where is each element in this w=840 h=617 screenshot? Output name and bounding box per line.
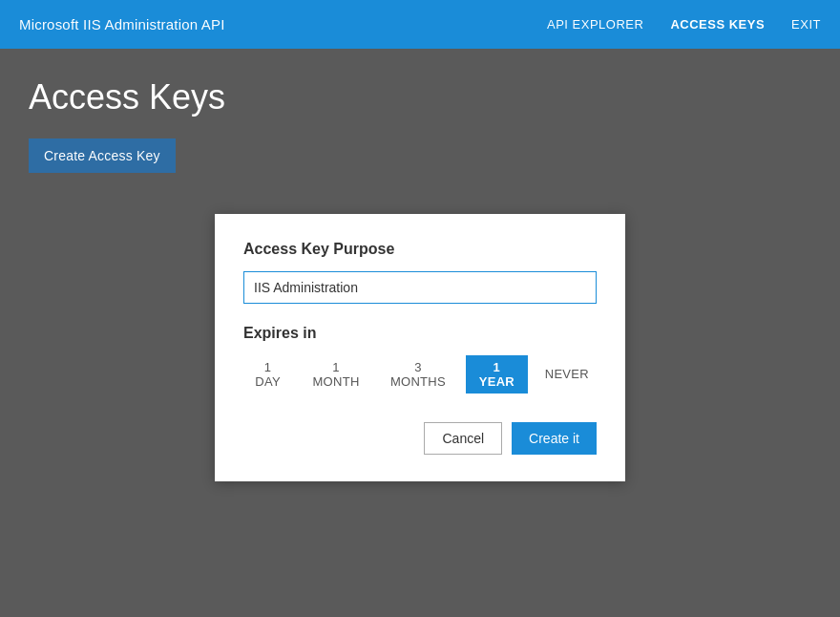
- navbar-link-access-keys[interactable]: ACCESS KEYS: [670, 17, 765, 32]
- expire-option-1day[interactable]: 1 DAY: [243, 356, 292, 393]
- cancel-button[interactable]: Cancel: [424, 422, 502, 455]
- create-it-button[interactable]: Create it: [512, 422, 597, 455]
- modal-expires-section: Expires in 1 DAY 1 MONTH 3 MONTHS 1 YEAR…: [243, 325, 597, 394]
- navbar-link-exit[interactable]: EXIT: [791, 17, 821, 32]
- expire-option-3months[interactable]: 3 MONTHS: [380, 356, 456, 393]
- expire-option-1year[interactable]: 1 YEAR: [466, 355, 528, 394]
- expire-option-1month[interactable]: 1 MONTH: [302, 356, 370, 393]
- navbar-link-api-explorer[interactable]: API EXPLORER: [547, 17, 643, 32]
- modal-expires-label: Expires in: [243, 325, 597, 342]
- modal-dialog: Access Key Purpose Expires in 1 DAY 1 MO…: [215, 214, 625, 481]
- navbar: Microsoft IIS Administration API API EXP…: [0, 0, 840, 49]
- expire-options-group: 1 DAY 1 MONTH 3 MONTHS 1 YEAR NEVER: [243, 355, 597, 394]
- modal-purpose-section: Access Key Purpose: [243, 241, 597, 325]
- modal-overlay: Access Key Purpose Expires in 1 DAY 1 MO…: [0, 49, 840, 617]
- navbar-links: API EXPLORER ACCESS KEYS EXIT: [547, 17, 821, 32]
- expire-option-never[interactable]: NEVER: [537, 363, 597, 385]
- modal-purpose-input[interactable]: [243, 271, 597, 304]
- main-content: Access Keys Create Access Key Access Key…: [0, 49, 840, 617]
- navbar-brand: Microsoft IIS Administration API: [19, 16, 225, 32]
- modal-purpose-label: Access Key Purpose: [243, 241, 597, 258]
- modal-actions: Cancel Create it: [243, 422, 597, 455]
